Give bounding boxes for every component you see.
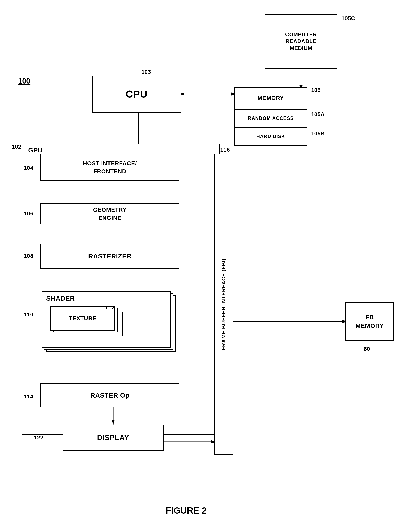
- display-box: DISPLAY: [63, 425, 164, 451]
- display-label: DISPLAY: [97, 434, 129, 442]
- diagram: COMPUTER READABLE MEDIUM 105C MEMORY RAN…: [0, 0, 415, 532]
- computer-readable-medium-label: COMPUTER READABLE MEDIUM: [285, 31, 317, 52]
- ref-105c: 105C: [341, 15, 355, 22]
- random-access-box: RANDOM ACCESS: [234, 109, 307, 127]
- ref-106: 106: [24, 210, 33, 217]
- fbi-label: FRAME BUFFER INTERFACE (FBI): [221, 258, 227, 350]
- raster-op-box: RASTER Op: [40, 383, 179, 408]
- ref-100: 100: [18, 77, 30, 85]
- fbi-box: FRAME BUFFER INTERFACE (FBI): [214, 154, 233, 455]
- host-interface-box: HOST INTERFACE/ FRONTEND: [40, 154, 179, 181]
- random-access-label: RANDOM ACCESS: [248, 115, 294, 121]
- ref-102: 102: [12, 143, 21, 150]
- texture-label: TEXTURE: [69, 315, 97, 322]
- ref-104: 104: [24, 165, 33, 171]
- computer-readable-medium-box: COMPUTER READABLE MEDIUM: [265, 14, 337, 69]
- raster-op-label: RASTER Op: [90, 392, 129, 399]
- ref-122: 122: [34, 434, 43, 441]
- ref-108: 108: [24, 253, 33, 259]
- ref-103: 103: [141, 69, 151, 75]
- ref-105: 105: [311, 87, 321, 94]
- fb-memory-box: FB MEMORY: [345, 302, 394, 341]
- memory-label: MEMORY: [258, 95, 284, 101]
- rasterizer-box: RASTERIZER: [40, 244, 179, 269]
- cpu-label: CPU: [126, 88, 148, 100]
- geometry-engine-box: GEOMETRY ENGINE: [40, 203, 179, 224]
- ref-60: 60: [364, 346, 370, 352]
- figure-caption: FIGURE 2: [166, 505, 207, 516]
- ref-105b: 105B: [311, 130, 325, 137]
- shader-box: SHADER TEXTURE: [42, 291, 171, 348]
- ref-112: 112: [105, 304, 115, 311]
- geometry-engine-label: GEOMETRY ENGINE: [93, 206, 127, 222]
- memory-box: MEMORY: [234, 87, 307, 109]
- ref-114: 114: [24, 393, 33, 400]
- hard-disk-label: HARD DISK: [256, 134, 285, 139]
- cpu-box: CPU: [92, 76, 181, 113]
- gpu-label: GPU: [28, 147, 42, 154]
- ref-110: 110: [24, 311, 33, 318]
- fb-memory-label: FB MEMORY: [356, 313, 384, 330]
- shader-label: SHADER: [46, 295, 166, 302]
- hard-disk-box: HARD DISK: [234, 127, 307, 146]
- host-interface-label: HOST INTERFACE/ FRONTEND: [83, 159, 137, 175]
- ref-105a: 105A: [311, 111, 325, 118]
- ref-116: 116: [220, 147, 230, 153]
- rasterizer-label: RASTERIZER: [88, 253, 131, 260]
